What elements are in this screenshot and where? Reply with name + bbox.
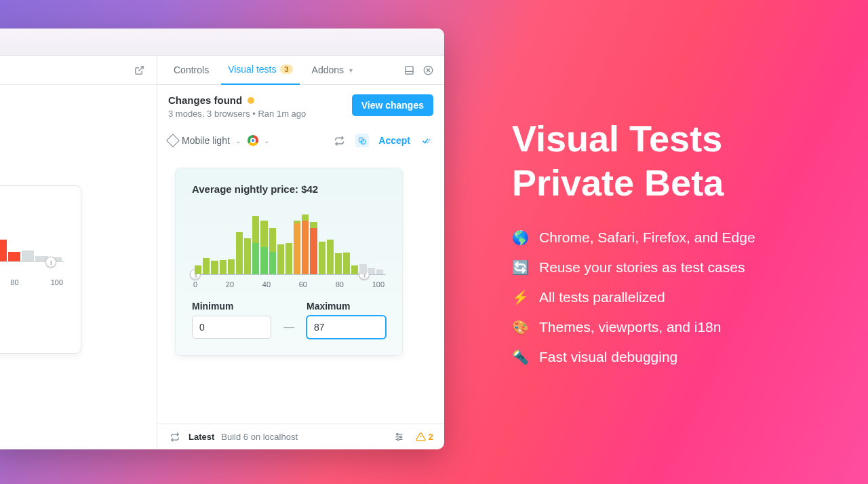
range-separator: —	[283, 321, 294, 339]
browser-selector[interactable]: ⌄	[248, 135, 269, 146]
feature-emoji-icon: ⚡	[512, 289, 528, 305]
footer-build-info: Build 6 on localhost	[221, 432, 298, 442]
chart-bar	[203, 258, 210, 274]
chart-bar	[244, 238, 251, 274]
panel-footer: Latest Build 6 on localhost 2	[157, 424, 444, 449]
swap-icon[interactable]	[332, 134, 346, 147]
chart-card: Average nightly price: $42 || || 0204060…	[175, 168, 403, 356]
chart-bar	[368, 268, 375, 274]
feature-emoji-icon: 🔄	[512, 259, 528, 276]
histogram-chart: || ||	[192, 207, 386, 275]
axis-tick: 60	[299, 280, 307, 288]
preview-axis: 80 100	[0, 278, 64, 286]
chart-bar	[351, 265, 358, 274]
changes-title: Changes found	[168, 94, 242, 106]
chevron-down-icon: ⌄	[235, 137, 241, 145]
chart-bar	[327, 240, 334, 274]
axis-tick: 80	[336, 280, 344, 288]
chart-bar	[277, 244, 284, 274]
chart-bar	[302, 215, 309, 274]
changes-subtitle: 3 modes, 3 browsers • Ran 1m ago	[168, 109, 306, 119]
axis-tick: 0	[193, 280, 197, 288]
svg-point-12	[400, 436, 402, 438]
chart-bar	[310, 222, 317, 274]
marketing-feature-item: 🎨Themes, viewports, and i18n	[512, 319, 755, 335]
addon-panel: Controls Visual tests 3 Addons▾	[157, 56, 444, 449]
dock-bottom-icon[interactable]	[402, 63, 416, 77]
feature-emoji-icon: 🔦	[512, 349, 528, 365]
marketing-feature-list: 🌎Chrome, Safari, Firefox, and Edge🔄Reuse…	[512, 229, 755, 365]
footer-latest-label: Latest	[189, 432, 214, 442]
max-input[interactable]	[307, 316, 386, 339]
chart-bar	[228, 259, 235, 274]
chart-bar	[343, 253, 350, 274]
preview-slider-handle[interactable]: ||	[45, 257, 56, 267]
visual-tests-badge: 3	[280, 64, 292, 74]
diff-view-icon[interactable]	[355, 134, 369, 147]
min-input[interactable]	[192, 316, 271, 339]
marketing-feature-item: 🔦Fast visual debugging	[512, 349, 755, 365]
marketing-feature-item: ⚡All tests parallelized	[512, 289, 755, 305]
close-icon[interactable]	[421, 63, 435, 77]
chart-bar	[269, 228, 276, 274]
open-external-icon[interactable]	[132, 63, 146, 77]
chevron-down-icon: ⌄	[264, 137, 269, 145]
preview-chart-card: || 80 100 Maximum	[0, 185, 81, 354]
chart-bar	[236, 232, 243, 274]
marketing-panel: Visual Tests Private Beta 🌎Chrome, Safar…	[512, 117, 755, 379]
chevron-down-icon: ▾	[349, 67, 353, 74]
marketing-feature-item: 🔄Reuse your stories as test cases	[512, 259, 755, 276]
chart-bar	[252, 216, 259, 274]
batch-accept-icon[interactable]	[420, 134, 433, 147]
svg-point-13	[397, 439, 399, 441]
story-preview-column: || 80 100 Maximum	[0, 56, 157, 449]
status-changed-icon	[248, 97, 254, 104]
settings-sliders-icon[interactable]	[393, 430, 406, 444]
chart-bar	[195, 265, 201, 274]
chart-bar	[220, 260, 226, 274]
svg-rect-1	[405, 66, 412, 73]
feature-emoji-icon: 🌎	[512, 229, 528, 246]
tab-visual-tests[interactable]: Visual tests 3	[221, 56, 299, 85]
chart-bar	[319, 242, 326, 274]
tab-bar: Controls Visual tests 3 Addons▾	[157, 56, 444, 85]
marketing-feature-item: 🌎Chrome, Safari, Firefox, and Edge	[512, 229, 755, 246]
chart-bar	[376, 269, 383, 274]
viewport-icon	[166, 134, 180, 147]
mode-selector[interactable]: Mobile light ⌄	[168, 135, 241, 146]
view-changes-button[interactable]: View changes	[352, 94, 433, 116]
chart-bar	[285, 243, 292, 274]
warnings-indicator[interactable]: 2	[416, 432, 433, 442]
min-label: Minimum	[192, 301, 271, 312]
window-titlebar	[0, 29, 444, 56]
axis-tick: 40	[262, 280, 271, 288]
max-label: Maximum	[307, 301, 386, 312]
app-window: || 80 100 Maximum	[0, 29, 444, 449]
axis-tick: 100	[372, 280, 384, 288]
chrome-icon	[248, 135, 258, 146]
chart-bar	[22, 250, 34, 261]
tab-controls[interactable]: Controls	[167, 56, 216, 85]
accept-button[interactable]: Accept	[378, 135, 410, 146]
marketing-title: Visual Tests Private Beta	[512, 117, 755, 205]
svg-point-11	[397, 434, 399, 436]
chart-bar	[211, 261, 218, 274]
axis-tick: 20	[226, 280, 234, 288]
chart-bar	[8, 252, 20, 261]
chart-bar	[0, 240, 7, 261]
chart-title: Average nightly price: $42	[192, 183, 386, 195]
chart-axis: 020406080100	[192, 280, 386, 288]
svg-line-0	[138, 66, 143, 71]
snapshot-canvas: Average nightly price: $42 || || 0204060…	[157, 157, 444, 424]
chart-bar	[359, 264, 366, 274]
tab-addons[interactable]: Addons▾	[305, 56, 359, 85]
chart-bar	[294, 221, 300, 274]
changes-summary: Changes found 3 modes, 3 browsers • Ran …	[157, 85, 444, 128]
swap-icon[interactable]	[168, 430, 182, 444]
feature-emoji-icon: 🎨	[512, 319, 528, 335]
chart-bar	[260, 221, 267, 274]
chart-bar	[335, 253, 342, 274]
visual-test-toolbar: Mobile light ⌄ ⌄ Accept	[157, 128, 444, 157]
